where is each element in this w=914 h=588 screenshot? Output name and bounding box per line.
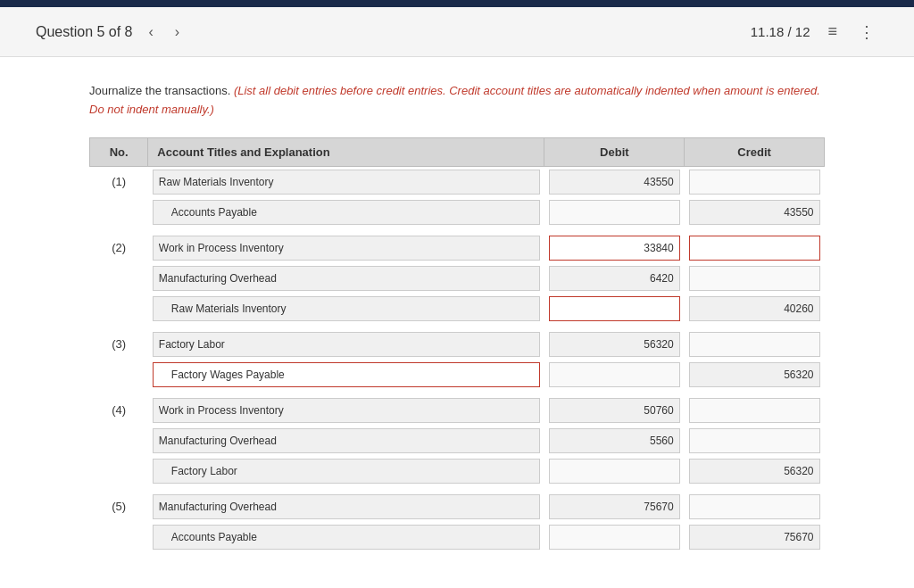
credit-input[interactable] bbox=[689, 170, 820, 195]
credit-input[interactable] bbox=[689, 296, 820, 321]
debit-input[interactable] bbox=[549, 200, 680, 225]
credit-input[interactable] bbox=[689, 362, 820, 387]
credit-input[interactable] bbox=[689, 525, 820, 550]
account-input[interactable] bbox=[153, 200, 540, 225]
col-header-debit: Debit bbox=[544, 137, 685, 166]
table-row bbox=[90, 522, 825, 552]
debit-input[interactable] bbox=[549, 494, 680, 519]
table-row bbox=[90, 294, 825, 324]
next-question-button[interactable]: › bbox=[170, 21, 185, 44]
prev-question-button[interactable]: ‹ bbox=[144, 21, 159, 44]
table-row bbox=[90, 426, 825, 456]
entry-number bbox=[90, 456, 148, 486]
question-title: Question 5 of 8 bbox=[36, 24, 133, 40]
credit-input[interactable] bbox=[689, 494, 820, 519]
account-input[interactable] bbox=[153, 266, 540, 291]
table-row: (3) bbox=[90, 329, 825, 360]
journal-table: No. Account Titles and Explanation Debit… bbox=[89, 137, 825, 552]
entry-number bbox=[90, 426, 148, 456]
debit-input[interactable] bbox=[549, 296, 680, 321]
account-input[interactable] bbox=[153, 525, 540, 550]
credit-input[interactable] bbox=[689, 398, 820, 423]
navigation-bar: Question 5 of 8 ‹ › 11.18 / 12 ≡ ⋮ bbox=[0, 7, 914, 57]
more-options-button[interactable]: ⋮ bbox=[855, 19, 878, 46]
table-row bbox=[90, 263, 825, 294]
nav-left: Question 5 of 8 ‹ › bbox=[36, 21, 185, 44]
instructions-plain: Journalize the transactions. bbox=[89, 84, 230, 97]
entry-number bbox=[90, 294, 148, 324]
debit-input[interactable] bbox=[549, 398, 680, 423]
table-row bbox=[90, 197, 825, 228]
nav-right: 11.18 / 12 ≡ ⋮ bbox=[751, 19, 878, 46]
entry-number bbox=[90, 360, 148, 390]
table-row: (5) bbox=[90, 492, 825, 522]
entry-number: (5) bbox=[90, 492, 148, 522]
entry-number bbox=[90, 263, 148, 294]
credit-input[interactable] bbox=[689, 236, 820, 261]
account-input[interactable] bbox=[153, 332, 540, 357]
debit-input[interactable] bbox=[549, 266, 680, 291]
account-input[interactable] bbox=[153, 362, 540, 387]
table-row: (2) bbox=[90, 233, 825, 263]
entry-number: (4) bbox=[90, 395, 148, 426]
col-header-credit: Credit bbox=[685, 137, 825, 166]
table-row bbox=[90, 456, 825, 486]
table-row bbox=[90, 360, 825, 390]
top-bar bbox=[0, 0, 914, 7]
entry-number: (3) bbox=[90, 329, 148, 360]
debit-input[interactable] bbox=[549, 428, 680, 453]
account-input[interactable] bbox=[153, 494, 540, 519]
account-input[interactable] bbox=[153, 398, 540, 423]
col-header-no: No. bbox=[90, 137, 148, 166]
account-input[interactable] bbox=[153, 428, 540, 453]
debit-input[interactable] bbox=[549, 170, 680, 195]
debit-input[interactable] bbox=[549, 362, 680, 387]
entry-number: (2) bbox=[90, 233, 148, 263]
debit-input[interactable] bbox=[549, 459, 680, 484]
credit-input[interactable] bbox=[689, 459, 820, 484]
entry-number bbox=[90, 197, 148, 228]
instructions-text: Journalize the transactions. (List all d… bbox=[89, 82, 825, 120]
debit-input[interactable] bbox=[549, 525, 680, 550]
debit-input[interactable] bbox=[549, 236, 680, 261]
credit-input[interactable] bbox=[689, 200, 820, 225]
credit-input[interactable] bbox=[689, 428, 820, 453]
table-row: (1) bbox=[90, 166, 825, 197]
entry-number bbox=[90, 522, 148, 552]
list-icon-button[interactable]: ≡ bbox=[824, 19, 841, 45]
account-input[interactable] bbox=[153, 459, 540, 484]
account-input[interactable] bbox=[153, 236, 540, 261]
debit-input[interactable] bbox=[549, 332, 680, 357]
account-input[interactable] bbox=[153, 170, 540, 195]
score-display: 11.18 / 12 bbox=[751, 24, 810, 39]
entry-number: (1) bbox=[90, 166, 148, 197]
main-content: Journalize the transactions. (List all d… bbox=[0, 57, 914, 577]
account-input[interactable] bbox=[153, 296, 540, 321]
credit-input[interactable] bbox=[689, 332, 820, 357]
col-header-account: Account Titles and Explanation bbox=[148, 137, 544, 166]
table-row: (4) bbox=[90, 395, 825, 426]
credit-input[interactable] bbox=[689, 266, 820, 291]
